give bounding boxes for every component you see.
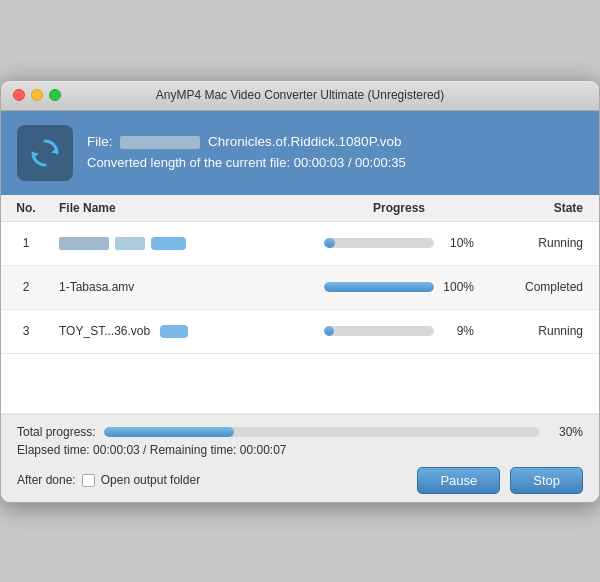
open-folder-label: Open output folder [101,473,200,487]
converted-length: Converted length of the current file: 00… [87,153,406,174]
filename-redacted [120,136,200,149]
filename-redacted-1 [59,237,109,250]
progress-bar-bg [324,326,434,336]
after-done-row: After done: Open output folder Pause Sto… [17,467,583,494]
progress-bar-fill [324,326,334,336]
file-label: File: [87,134,113,149]
total-progress-label: Total progress: [17,425,96,439]
progress-bar-fill [324,282,434,292]
action-buttons: Pause Stop [417,467,583,494]
filename-redacted-2 [115,237,145,250]
elapsed-row: Elapsed time: 00:00:03 / Remaining time:… [17,443,583,457]
maximize-button[interactable] [49,89,61,101]
table-header: No. File Name Progress State [1,195,599,222]
row-no: 1 [1,236,51,250]
main-window: AnyMP4 Mac Video Converter Ultimate (Unr… [0,80,600,503]
row-state: Completed [499,280,599,294]
col-no: No. [1,201,51,215]
row-no: 3 [1,324,51,338]
row-filename: 1-Tabasa.amv [51,280,299,294]
traffic-lights [13,89,61,101]
row-progress: 10% [299,236,499,250]
filename-text: Chronicles.of.Riddick.1080P.vob [208,134,401,149]
progress-label: 100% [442,280,474,294]
progress-label: 10% [442,236,474,250]
convert-icon [17,125,73,181]
header-info: File: Chronicles.of.Riddick.1080P.vob Co… [87,131,406,173]
progress-bar-bg [324,282,434,292]
total-progress-bar-bg [104,427,539,437]
progress-bar-bg [324,238,434,248]
filename-progress-inline-3 [160,325,188,338]
bottom-panel: Total progress: 30% Elapsed time: 00:00:… [1,414,599,502]
header-banner: File: Chronicles.of.Riddick.1080P.vob Co… [1,111,599,195]
table-row: 2 1-Tabasa.amv 100% Completed [1,266,599,310]
row-progress: 9% [299,324,499,338]
after-done-left: After done: Open output folder [17,473,200,487]
total-progress-row: Total progress: 30% [17,425,583,439]
file-table: No. File Name Progress State 1 10% Runni… [1,195,599,414]
minimize-button[interactable] [31,89,43,101]
col-state: State [499,201,599,215]
col-filename: File Name [51,201,299,215]
filename-text: 1-Tabasa.amv [59,280,134,294]
close-button[interactable] [13,89,25,101]
row-filename: TOY_ST...36.vob [51,324,299,338]
progress-label: 9% [442,324,474,338]
pause-button[interactable]: Pause [417,467,500,494]
open-folder-checkbox[interactable] [82,474,95,487]
filename-text: TOY_ST...36.vob [59,324,150,338]
progress-bar-fill [324,238,335,248]
table-spacer [1,354,599,414]
filename-progress-inline [151,237,186,250]
title-bar: AnyMP4 Mac Video Converter Ultimate (Unr… [1,81,599,111]
file-info-line: File: Chronicles.of.Riddick.1080P.vob [87,131,406,153]
table-row: 1 10% Running [1,222,599,266]
total-progress-pct: 30% [547,425,583,439]
after-done-label: After done: [17,473,76,487]
row-no: 2 [1,280,51,294]
stop-button[interactable]: Stop [510,467,583,494]
window-title: AnyMP4 Mac Video Converter Ultimate (Unr… [156,88,445,102]
row-state: Running [499,324,599,338]
table-row: 3 TOY_ST...36.vob 9% Running [1,310,599,354]
elapsed-text: Elapsed time: 00:00:03 / Remaining time:… [17,443,287,457]
row-filename [51,237,299,250]
col-progress: Progress [299,201,499,215]
row-progress: 100% [299,280,499,294]
row-state: Running [499,236,599,250]
total-progress-bar-fill [104,427,235,437]
